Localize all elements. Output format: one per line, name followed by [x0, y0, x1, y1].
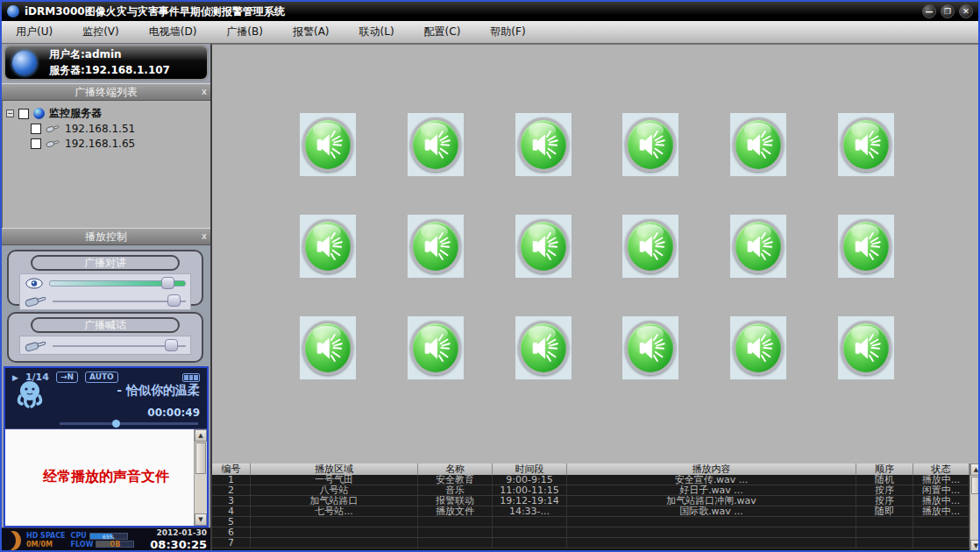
- menu-item[interactable]: 用户(U): [12, 23, 56, 41]
- close-button[interactable]: ✕: [959, 4, 973, 18]
- speaker-button[interactable]: [625, 117, 676, 172]
- table-row[interactable]: 3加气站路口报警联动19:12-19:14加气站路口冲闸.wav按序播放中...: [212, 496, 969, 506]
- terminal-checkbox[interactable]: [31, 138, 41, 149]
- broadcast-terminal-tile[interactable]: [515, 316, 572, 379]
- broadcast-terminal-tile[interactable]: [300, 215, 356, 278]
- intercom-button[interactable]: 广播对讲: [31, 255, 180, 271]
- table-row[interactable]: 2八号站音乐11:00-11:15好日子.wav ...按序闲置中...: [212, 485, 969, 496]
- speaker-icon: [849, 128, 883, 161]
- player-progress-bar[interactable]: [60, 422, 198, 425]
- date-display: 2012-01-30: [150, 528, 207, 538]
- terminal-checkbox[interactable]: [31, 124, 41, 134]
- menu-item[interactable]: 帮助(F): [486, 23, 529, 41]
- broadcast-terminal-tile[interactable]: [408, 113, 464, 176]
- broadcast-terminal-tile[interactable]: [622, 316, 678, 379]
- speaker-button[interactable]: [410, 219, 461, 273]
- terminal-list-header: 广播终端列表 x: [2, 83, 210, 101]
- minimize-button[interactable]: —: [922, 4, 936, 18]
- speaker-button[interactable]: [733, 321, 784, 375]
- speaker-icon: [742, 331, 775, 364]
- table-header-cell: 顺序: [856, 464, 913, 475]
- tree-terminal-row[interactable]: 192.168.1.65: [6, 136, 207, 151]
- speaker-button[interactable]: [841, 219, 891, 273]
- speaker-button[interactable]: [625, 321, 676, 375]
- menu-item[interactable]: 电视墙(D): [146, 23, 201, 41]
- broadcast-terminal-tile[interactable]: [730, 113, 786, 176]
- collapse-icon[interactable]: −: [6, 110, 14, 117]
- flow-bar: 0B: [96, 541, 134, 548]
- speaker-icon: [311, 128, 344, 161]
- table-cell: [856, 517, 913, 527]
- terminal-ip-label[interactable]: 192.168.1.51: [65, 123, 135, 135]
- restore-button[interactable]: ❐: [941, 4, 955, 18]
- broadcast-terminal-tile[interactable]: [622, 215, 678, 278]
- scroll-down-icon[interactable]: ▼: [970, 540, 980, 552]
- speaker-button[interactable]: [625, 219, 676, 273]
- table-row[interactable]: 5: [212, 517, 969, 527]
- broadcast-terminal-tile[interactable]: [838, 113, 894, 176]
- globe-icon: [12, 51, 37, 75]
- menu-item[interactable]: 广播(B): [223, 23, 266, 41]
- scroll-thumb[interactable]: [195, 442, 206, 474]
- terminal-tree: − 监控服务器 192.168.1.51192.168.1.65: [2, 101, 210, 228]
- terminal-ip-label[interactable]: 192.168.1.65: [65, 138, 135, 150]
- broadcast-terminal-tile[interactable]: [515, 215, 572, 278]
- table-cell: 好日子.wav ...: [567, 485, 856, 495]
- table-row[interactable]: 7: [212, 538, 969, 548]
- broadcast-terminal-tile[interactable]: [838, 215, 894, 278]
- mic-volume-slider[interactable]: [53, 294, 186, 307]
- speaker-button[interactable]: [302, 321, 353, 375]
- speaker-button[interactable]: [518, 321, 569, 375]
- table-cell: 7: [212, 538, 251, 548]
- menu-item[interactable]: 报警(A): [289, 23, 333, 41]
- speaker-button[interactable]: [841, 117, 891, 172]
- tree-root-label[interactable]: 监控服务器: [49, 106, 102, 121]
- scroll-up-icon[interactable]: ▲: [970, 464, 980, 476]
- speaker-button[interactable]: [302, 219, 353, 273]
- scroll-thumb[interactable]: [971, 477, 980, 494]
- table-scrollbar[interactable]: ▲ ▼: [969, 464, 980, 552]
- broadcast-terminal-tile[interactable]: [730, 215, 786, 278]
- broadcast-terminal-tile[interactable]: [515, 113, 572, 176]
- shout-volume-slider[interactable]: [53, 339, 186, 351]
- menu-item[interactable]: 监控(V): [79, 23, 123, 41]
- speaker-button[interactable]: [841, 321, 891, 375]
- root-checkbox[interactable]: [18, 109, 29, 119]
- broadcast-terminal-tile[interactable]: [838, 316, 894, 379]
- scroll-down-icon[interactable]: ▼: [195, 513, 207, 526]
- table-cell: [913, 538, 969, 548]
- speaker-button[interactable]: [302, 117, 353, 172]
- broadcast-terminal-tile[interactable]: [408, 215, 464, 278]
- scroll-up-icon[interactable]: ▲: [195, 429, 207, 442]
- broadcast-terminal-tile[interactable]: [300, 113, 356, 176]
- broadcast-terminal-tile[interactable]: [622, 113, 678, 176]
- speaker-button[interactable]: [518, 117, 569, 172]
- menu-item[interactable]: 配置(C): [421, 23, 465, 41]
- time-display: 08:30:25: [150, 538, 207, 552]
- broadcast-terminal-tile[interactable]: [408, 316, 464, 379]
- table-cell: [493, 538, 567, 548]
- table-row[interactable]: 6: [212, 527, 969, 538]
- speaker-icon: [742, 230, 775, 263]
- table-row[interactable]: 4七号站...播放文件14:33-...国际歌.wav ...随即播放中...: [212, 506, 969, 517]
- speaker-button[interactable]: [518, 219, 569, 273]
- menu-item[interactable]: 联动(L): [356, 23, 398, 41]
- file-list-scrollbar[interactable]: ▲ ▼: [194, 429, 207, 526]
- broadcast-terminal-tile[interactable]: [730, 316, 786, 379]
- listen-volume-slider[interactable]: [49, 277, 186, 289]
- panel-close-icon[interactable]: x: [202, 230, 207, 243]
- panel-close-icon[interactable]: x: [202, 86, 207, 98]
- table-cell: 按序: [856, 496, 913, 506]
- speaker-button[interactable]: [410, 117, 461, 172]
- speaker-button[interactable]: [733, 117, 784, 172]
- tree-terminal-row[interactable]: 192.168.1.51: [6, 121, 207, 136]
- frequent-files-caption: 经常播放的声音文件: [5, 468, 207, 486]
- tree-root-row[interactable]: − 监控服务器: [6, 106, 207, 121]
- shout-button[interactable]: 广播喊话: [31, 317, 180, 333]
- broadcast-terminal-tile[interactable]: [300, 316, 356, 379]
- table-row[interactable]: 1一号气田安全教育9:00-9:15安全宣传.wav ...随机播放中...: [212, 475, 969, 485]
- speaker-button[interactable]: [410, 321, 461, 375]
- speaker-button[interactable]: [733, 219, 784, 273]
- sound-file-list[interactable]: 经常播放的声音文件 ▲ ▼: [5, 429, 207, 526]
- table-cell: [567, 517, 856, 527]
